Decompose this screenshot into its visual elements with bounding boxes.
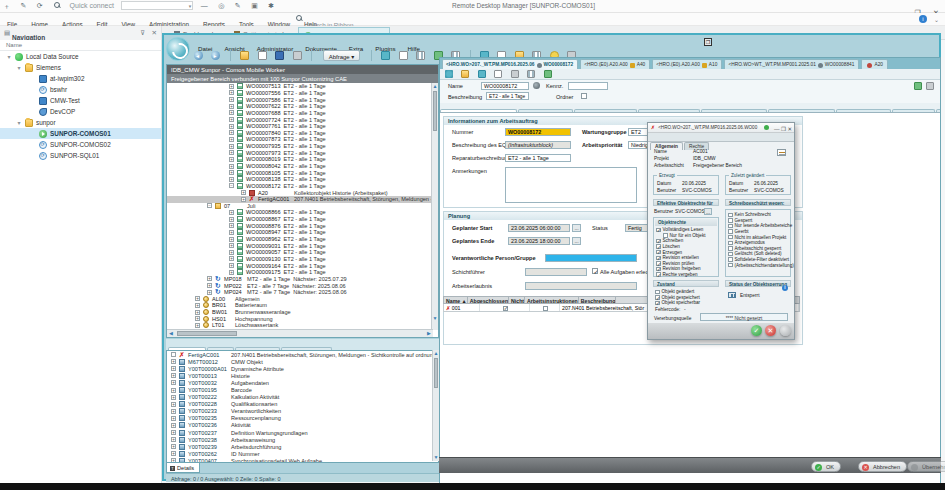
nav-tree-item[interactable]: ▾ Local Data Source: [0, 51, 161, 62]
tree-vertical-scrollbar[interactable]: ▲ ▼: [431, 83, 438, 330]
print-icon[interactable]: [511, 70, 519, 78]
nav-tree-item[interactable]: SUNPOR-SQL01: [0, 150, 161, 161]
document-icon[interactable]: [494, 70, 502, 78]
bottom-vertical-scrollbar[interactable]: ▲ ▼: [432, 350, 439, 461]
checkbox[interactable]: [655, 301, 660, 306]
list-item[interactable]: + Y00T00238 Arbeitsanweisung: [167, 436, 438, 443]
tree-row[interactable]: + WO00009175 ET2 - alle 1 Tage: [167, 269, 432, 276]
tree-row[interactable]: + LT01 Löschwassertank: [167, 322, 432, 329]
expander-icon[interactable]: +: [229, 137, 234, 142]
expander-icon[interactable]: +: [207, 276, 212, 281]
list-item[interactable]: + Y00T00236 Aktivität: [167, 422, 438, 429]
list-item[interactable]: + Y00T00195 Barcode: [167, 386, 438, 393]
expander-icon[interactable]: +: [171, 444, 176, 449]
expander-icon[interactable]: +: [229, 230, 234, 235]
expander-icon[interactable]: +: [195, 296, 200, 301]
checkbox[interactable]: [663, 233, 668, 238]
expander-icon[interactable]: +: [195, 310, 200, 315]
expander-icon[interactable]: +: [171, 359, 176, 364]
info-icon[interactable]: i: [782, 285, 788, 291]
lock-object-icon[interactable]: [926, 82, 934, 90]
apply-button[interactable]: Übernehmen: [907, 461, 945, 472]
object-tab[interactable]: <HRO.(E0).A20.A00 A10: [652, 59, 722, 69]
alle-aufgaben-checkbox[interactable]: [592, 268, 598, 274]
nav-tree-item[interactable]: CMW-Test: [0, 95, 161, 106]
scroll-left-icon[interactable]: ◀: [167, 330, 175, 337]
nav-tree-item[interactable]: bswhr: [0, 84, 161, 95]
column-header[interactable]: Abgeschlossen: [468, 297, 509, 303]
nav-tree-item[interactable]: at-iwpim302: [0, 73, 161, 84]
refresh-icon[interactable]: ⟳: [37, 2, 43, 10]
expander-icon[interactable]: +: [229, 164, 234, 169]
expander-icon[interactable]: +: [171, 409, 176, 414]
goto-folder-icon[interactable]: [461, 70, 469, 78]
new-document-icon[interactable]: [258, 51, 267, 60]
tree-row[interactable]: + WO00007935 ET2 - alle 1 Tage: [167, 143, 432, 150]
tree-row[interactable]: + WO00009164 ET2 - alle 1 Tage: [167, 262, 432, 269]
checkbox[interactable]: [656, 244, 661, 249]
dialog-apply-button[interactable]: [780, 325, 791, 336]
expander-icon[interactable]: +: [229, 256, 234, 261]
expander-icon[interactable]: +: [171, 373, 176, 378]
checkbox[interactable]: [728, 224, 733, 229]
checkbox[interactable]: [656, 228, 661, 233]
object-tab[interactable]: <HRO.WO>207._WT.PM.MP016.2025.06 WO00008…: [442, 59, 578, 69]
tree-row[interactable]: + MP022 ET2 - alle 7 Tage Nächster: 2025…: [167, 282, 432, 289]
tree-row[interactable]: + WO00007513 ET2 - alle 1 Tage: [167, 83, 432, 90]
tree-row[interactable]: + WO00008042 ET2 - alle 1 Tage: [167, 163, 432, 170]
expander-icon[interactable]: +: [171, 395, 176, 400]
list-item[interactable]: + Y00T00237 Definition Wartungsgrundlage…: [167, 429, 438, 436]
checkbox[interactable]: [728, 257, 733, 262]
expander-icon[interactable]: +: [195, 303, 200, 308]
reparatur-field[interactable]: ET2 - alle 1 Tage: [505, 154, 571, 162]
save-icon[interactable]: [275, 51, 284, 60]
nav-column-header[interactable]: Name: [0, 40, 161, 51]
person-field[interactable]: [545, 254, 637, 262]
start-picker-button[interactable]: ...: [572, 224, 581, 232]
scroll-thumb[interactable]: [433, 91, 437, 131]
dialog-maximize[interactable]: ❐: [781, 125, 786, 131]
expander-icon[interactable]: +: [229, 250, 234, 255]
tree-row[interactable]: + WO00008105 ET2 - alle 1 Tage: [167, 169, 432, 176]
expander-icon[interactable]: +: [229, 217, 234, 222]
expander-icon[interactable]: +: [171, 437, 176, 442]
tree-row[interactable]: + FertigAC001 207.N401 Betriebsbereitsch…: [167, 196, 432, 203]
tree-row[interactable]: + WO00009031 ET2 - alle 1 Tage: [167, 242, 432, 249]
recht-item[interactable]: Nur für ein Objekt: [656, 233, 706, 239]
expander-icon[interactable]: +: [229, 124, 234, 129]
column-header[interactable]: Name ▲: [444, 297, 468, 303]
tree-row[interactable]: + BR01 Batterieraum: [167, 302, 432, 309]
schreib-item[interactable]: Nur lesende Arbeitsbereiche: [728, 223, 794, 229]
column-header[interactable]: Beschreibung: [579, 297, 617, 303]
print-icon[interactable]: [293, 51, 302, 60]
scroll-right-icon[interactable]: ▶: [425, 330, 433, 337]
schreib-item[interactable]: Nicht im aktuellen Projekt: [728, 234, 794, 240]
edit-object-icon[interactable]: [914, 82, 922, 90]
expander-icon[interactable]: +: [229, 130, 234, 135]
open-folder-icon[interactable]: [240, 51, 249, 60]
kennz-input[interactable]: [568, 82, 608, 90]
tree-row[interactable]: + A20 Kollektorobjekt Historie (Arbeitsp…: [167, 189, 432, 196]
close-panel-icon[interactable]: ✕: [152, 29, 157, 37]
checkbox[interactable]: [656, 272, 661, 277]
dialog-cancel-button[interactable]: ✕: [765, 325, 776, 336]
copy-icon[interactable]: [399, 51, 408, 60]
expander-icon[interactable]: +: [171, 423, 176, 428]
expander-icon[interactable]: +: [229, 104, 234, 109]
expander-icon[interactable]: +: [229, 84, 234, 89]
object-tab[interactable]: A20: [861, 59, 888, 69]
link-icon[interactable]: [478, 70, 486, 78]
edit2-icon[interactable]: ✎: [235, 2, 241, 10]
tree-row[interactable]: + WO00007840 ET2 - alle 1 Tage: [167, 129, 432, 136]
object-card-icon[interactable]: [777, 149, 786, 156]
cancel-button[interactable]: ✕Abbrechen: [858, 461, 907, 472]
tree-row[interactable]: + MP018 MT2 - alle 1 Tage Nächster: 2025…: [167, 276, 432, 283]
chevron-down-icon[interactable]: ▾: [189, 3, 192, 9]
nav-tree-item[interactable]: DevCOP: [0, 106, 161, 117]
checkbox[interactable]: [728, 246, 733, 251]
expander-icon[interactable]: +: [171, 380, 176, 385]
tree-row[interactable]: + WO00007973 ET2 - alle 1 Tage: [167, 149, 432, 156]
tree-horizontal-scrollbar[interactable]: ◀ ▶: [167, 329, 433, 337]
expander-icon[interactable]: +: [229, 150, 234, 155]
info-icon[interactable]: i: [919, 15, 927, 23]
